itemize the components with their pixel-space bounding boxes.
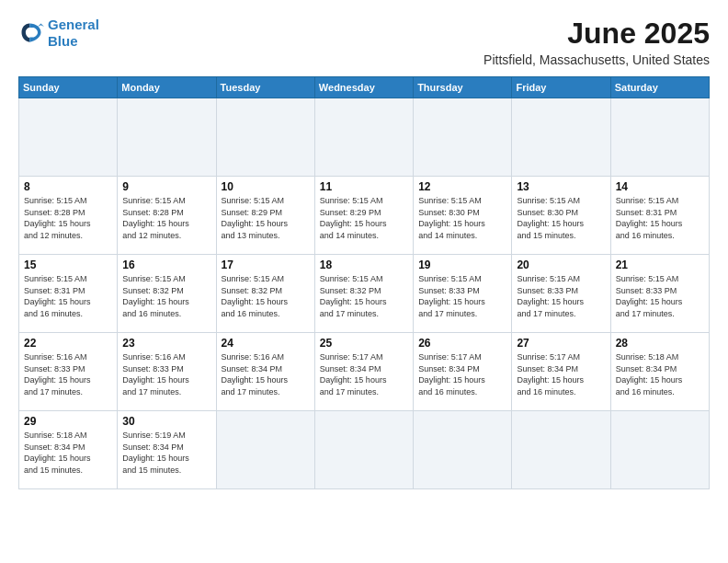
day-info: Sunrise: 5:17 AMSunset: 8:34 PMDaylight:… xyxy=(418,351,506,397)
calendar-cell: 20 Sunrise: 5:15 AMSunset: 8:33 PMDaylig… xyxy=(512,255,610,333)
calendar-cell: 8 Sunrise: 5:15 AMSunset: 8:28 PMDayligh… xyxy=(19,177,118,255)
calendar-cell xyxy=(512,411,610,489)
calendar-cell: 29 Sunrise: 5:18 AMSunset: 8:34 PMDaylig… xyxy=(19,411,118,489)
calendar-cell: 21 Sunrise: 5:15 AMSunset: 8:33 PMDaylig… xyxy=(610,255,709,333)
day-number: 18 xyxy=(320,259,408,271)
day-number: 17 xyxy=(222,259,310,271)
day-info: Sunrise: 5:16 AMSunset: 8:34 PMDaylight:… xyxy=(222,351,310,397)
day-info: Sunrise: 5:15 AMSunset: 8:30 PMDaylight:… xyxy=(418,195,506,241)
calendar-cell: 13 Sunrise: 5:15 AMSunset: 8:30 PMDaylig… xyxy=(512,177,610,255)
day-info: Sunrise: 5:15 AMSunset: 8:31 PMDaylight:… xyxy=(616,195,704,241)
day-number: 10 xyxy=(222,180,310,193)
calendar-header-row: SundayMondayTuesdayWednesdayThursdayFrid… xyxy=(19,77,710,98)
day-info: Sunrise: 5:15 AMSunset: 8:33 PMDaylight:… xyxy=(418,273,506,319)
day-number: 20 xyxy=(517,259,605,271)
day-info: Sunrise: 5:15 AMSunset: 8:28 PMDaylight:… xyxy=(122,195,210,241)
day-number: 30 xyxy=(122,415,210,428)
day-info: Sunrise: 5:15 AMSunset: 8:31 PMDaylight:… xyxy=(24,273,112,319)
calendar-cell: 28 Sunrise: 5:18 AMSunset: 8:34 PMDaylig… xyxy=(610,333,709,411)
day-number: 19 xyxy=(418,259,506,271)
day-info: Sunrise: 5:17 AMSunset: 8:34 PMDaylight:… xyxy=(517,351,605,397)
calendar-week-row: 29 Sunrise: 5:18 AMSunset: 8:34 PMDaylig… xyxy=(19,411,710,489)
calendar-cell xyxy=(610,411,709,489)
day-info: Sunrise: 5:15 AMSunset: 8:29 PMDaylight:… xyxy=(320,195,408,241)
day-number: 26 xyxy=(418,337,506,350)
day-number: 8 xyxy=(24,180,112,193)
calendar-day-header: Wednesday xyxy=(314,77,413,98)
calendar-day-header: Friday xyxy=(512,77,610,98)
calendar-cell xyxy=(118,98,216,177)
calendar-cell xyxy=(216,411,314,489)
day-number: 15 xyxy=(24,259,112,271)
day-number: 12 xyxy=(418,180,506,193)
header: General Blue June 2025 Pittsfield, Massa… xyxy=(18,17,710,67)
calendar-cell: 14 Sunrise: 5:15 AMSunset: 8:31 PMDaylig… xyxy=(610,177,709,255)
day-info: Sunrise: 5:15 AMSunset: 8:30 PMDaylight:… xyxy=(517,195,605,241)
day-info: Sunrise: 5:18 AMSunset: 8:34 PMDaylight:… xyxy=(24,430,112,476)
day-number: 25 xyxy=(320,337,408,350)
calendar-day-header: Saturday xyxy=(610,77,709,98)
day-info: Sunrise: 5:16 AMSunset: 8:33 PMDaylight:… xyxy=(122,351,210,397)
day-number: 9 xyxy=(122,180,210,193)
calendar-cell: 25 Sunrise: 5:17 AMSunset: 8:34 PMDaylig… xyxy=(314,333,413,411)
calendar-cell: 11 Sunrise: 5:15 AMSunset: 8:29 PMDaylig… xyxy=(314,177,413,255)
calendar-week-row: 15 Sunrise: 5:15 AMSunset: 8:31 PMDaylig… xyxy=(19,255,710,333)
day-info: Sunrise: 5:15 AMSunset: 8:28 PMDaylight:… xyxy=(24,195,112,241)
logo-line2: Blue xyxy=(48,33,78,49)
calendar-cell xyxy=(314,411,413,489)
calendar-cell: 12 Sunrise: 5:15 AMSunset: 8:30 PMDaylig… xyxy=(414,177,512,255)
day-info: Sunrise: 5:18 AMSunset: 8:34 PMDaylight:… xyxy=(616,351,704,397)
day-info: Sunrise: 5:15 AMSunset: 8:32 PMDaylight:… xyxy=(320,273,408,319)
day-info: Sunrise: 5:15 AMSunset: 8:33 PMDaylight:… xyxy=(517,273,605,319)
day-info: Sunrise: 5:15 AMSunset: 8:32 PMDaylight:… xyxy=(222,273,310,319)
day-number: 14 xyxy=(616,180,704,193)
calendar-cell: 15 Sunrise: 5:15 AMSunset: 8:31 PMDaylig… xyxy=(19,255,118,333)
day-number: 21 xyxy=(616,259,704,271)
calendar-cell xyxy=(414,98,512,177)
day-number: 29 xyxy=(24,415,112,428)
calendar-cell xyxy=(19,98,118,177)
day-number: 23 xyxy=(122,337,210,350)
calendar-cell: 24 Sunrise: 5:16 AMSunset: 8:34 PMDaylig… xyxy=(216,333,314,411)
day-info: Sunrise: 5:15 AMSunset: 8:32 PMDaylight:… xyxy=(122,273,210,319)
calendar-cell: 26 Sunrise: 5:17 AMSunset: 8:34 PMDaylig… xyxy=(414,333,512,411)
day-info: Sunrise: 5:17 AMSunset: 8:34 PMDaylight:… xyxy=(320,351,408,397)
page: General Blue June 2025 Pittsfield, Massa… xyxy=(0,0,728,563)
calendar: SundayMondayTuesdayWednesdayThursdayFrid… xyxy=(18,76,710,489)
logo-text: General Blue xyxy=(48,17,99,50)
day-number: 13 xyxy=(517,180,605,193)
calendar-day-header: Tuesday xyxy=(216,77,314,98)
calendar-day-header: Sunday xyxy=(19,77,118,98)
calendar-day-header: Monday xyxy=(118,77,216,98)
calendar-cell: 18 Sunrise: 5:15 AMSunset: 8:32 PMDaylig… xyxy=(314,255,413,333)
logo: General Blue xyxy=(18,17,99,50)
day-number: 27 xyxy=(517,337,605,350)
calendar-week-row xyxy=(19,98,710,177)
calendar-cell: 9 Sunrise: 5:15 AMSunset: 8:28 PMDayligh… xyxy=(118,177,216,255)
day-number: 22 xyxy=(24,337,112,350)
calendar-cell xyxy=(610,98,709,177)
location-title: Pittsfield, Massachusetts, United States xyxy=(483,52,710,67)
calendar-week-row: 8 Sunrise: 5:15 AMSunset: 8:28 PMDayligh… xyxy=(19,177,710,255)
calendar-cell: 19 Sunrise: 5:15 AMSunset: 8:33 PMDaylig… xyxy=(414,255,512,333)
calendar-cell: 23 Sunrise: 5:16 AMSunset: 8:33 PMDaylig… xyxy=(118,333,216,411)
calendar-cell: 10 Sunrise: 5:15 AMSunset: 8:29 PMDaylig… xyxy=(216,177,314,255)
calendar-cell xyxy=(512,98,610,177)
calendar-cell xyxy=(314,98,413,177)
calendar-cell xyxy=(216,98,314,177)
calendar-cell: 30 Sunrise: 5:19 AMSunset: 8:34 PMDaylig… xyxy=(118,411,216,489)
title-block: June 2025 Pittsfield, Massachusetts, Uni… xyxy=(483,17,710,67)
logo-line1: General xyxy=(48,17,99,32)
day-number: 16 xyxy=(122,259,210,271)
calendar-cell: 17 Sunrise: 5:15 AMSunset: 8:32 PMDaylig… xyxy=(216,255,314,333)
calendar-cell xyxy=(414,411,512,489)
month-title: June 2025 xyxy=(483,17,710,51)
calendar-cell: 16 Sunrise: 5:15 AMSunset: 8:32 PMDaylig… xyxy=(118,255,216,333)
logo-icon xyxy=(18,20,44,46)
day-info: Sunrise: 5:15 AMSunset: 8:33 PMDaylight:… xyxy=(616,273,704,319)
calendar-cell: 22 Sunrise: 5:16 AMSunset: 8:33 PMDaylig… xyxy=(19,333,118,411)
day-number: 11 xyxy=(320,180,408,193)
day-number: 28 xyxy=(616,337,704,350)
day-number: 24 xyxy=(222,337,310,350)
day-info: Sunrise: 5:19 AMSunset: 8:34 PMDaylight:… xyxy=(122,430,210,476)
